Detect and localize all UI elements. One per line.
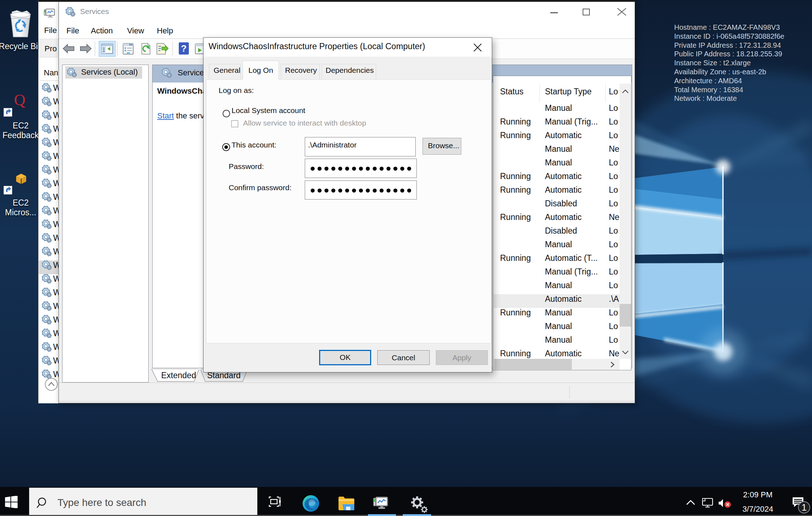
svg-text:1: 1 <box>802 502 807 513</box>
